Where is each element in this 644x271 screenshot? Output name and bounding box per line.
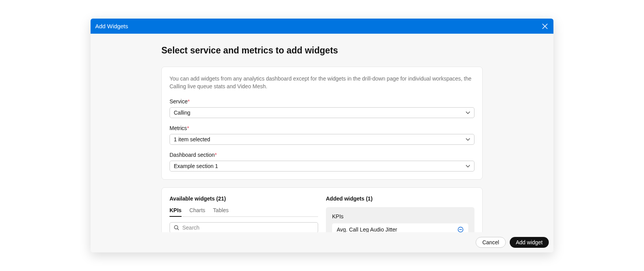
add-widget-button[interactable]: Add widget [510,237,549,248]
metrics-label: Metrics* [170,125,474,131]
search-box[interactable] [170,222,318,233]
cancel-button[interactable]: Cancel [476,237,506,248]
remove-widget-button[interactable] [457,226,464,233]
dashboard-section-label-text: Dashboard section [170,152,215,158]
required-mark: * [187,125,189,131]
close-button[interactable] [541,22,549,30]
service-value: Calling [174,110,190,116]
added-kpi-group-label: KPIs [332,213,468,220]
available-widgets-title: Available widgets (21) [170,196,318,202]
page-heading: Select service and metrics to add widget… [161,45,483,56]
chevron-down-icon [466,111,470,114]
content-wrapper: Select service and metrics to add widget… [161,34,483,249]
metrics-label-text: Metrics [170,125,187,131]
modal-footer: Cancel Add widget [91,232,553,252]
tab-tables[interactable]: Tables [213,207,228,216]
required-mark: * [188,98,190,105]
service-label-text: Service [170,98,188,105]
service-select[interactable]: Calling [170,107,474,118]
chevron-down-icon [466,165,470,168]
tab-kpis[interactable]: KPIs [170,207,182,216]
search-input[interactable] [182,225,314,231]
metrics-select[interactable]: 1 item selected [170,134,474,145]
svg-line-3 [178,228,179,230]
svg-point-2 [175,225,178,229]
close-icon [542,24,548,29]
chevron-down-icon [466,138,470,141]
modal-title: Add Widgets [95,23,128,29]
widget-tabs: KPIs Charts Tables [170,207,318,217]
added-widget-label: Avg. Call Leg Audio Jitter [337,226,397,233]
form-description: You can add widgets from any analytics d… [170,75,474,91]
add-widgets-modal: Add Widgets Select service and metrics t… [91,19,553,252]
form-card: You can add widgets from any analytics d… [161,67,483,180]
service-label: Service* [170,98,474,105]
dashboard-section-value: Example section 1 [174,163,218,169]
dashboard-section-label: Dashboard section* [170,152,474,158]
modal-body: Select service and metrics to add widget… [91,34,553,252]
tab-charts[interactable]: Charts [189,207,205,216]
required-mark: * [215,152,217,158]
search-icon [174,225,179,230]
added-widgets-title: Added widgets (1) [326,196,474,202]
modal-header: Add Widgets [91,19,553,34]
metrics-value: 1 item selected [174,136,210,142]
remove-icon [457,226,464,233]
dashboard-section-select[interactable]: Example section 1 [170,161,474,172]
